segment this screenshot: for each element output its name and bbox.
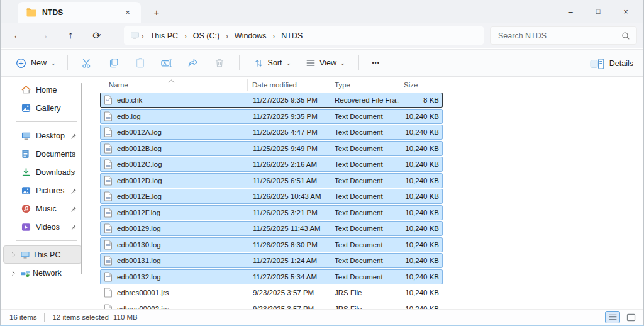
sidebar-item-home[interactable]: Home (3, 81, 82, 99)
file-size-cell: 10,240 KB (370, 206, 439, 220)
minimize-button[interactable]: – (557, 0, 584, 23)
breadcrumb-ntds[interactable]: NTDS (277, 30, 307, 42)
table-row[interactable]: edbres00001.jrs9/23/2025 3:57 PMJRS File… (100, 285, 443, 300)
sidebar-item-label: Music (36, 205, 57, 213)
column-header-size[interactable]: Size (404, 81, 418, 89)
table-row[interactable]: edb00130.log11/26/2025 8:30 PMText Docum… (100, 237, 443, 252)
file-size-cell: 10,240 KB (370, 238, 439, 252)
column-divider[interactable] (448, 79, 448, 91)
folder-icon (26, 8, 36, 17)
table-row[interactable]: edb0012E.log11/26/2025 10:43 AMText Docu… (100, 189, 443, 204)
file-name-cell: edb00129.log (104, 222, 250, 235)
breadcrumb-this-pc[interactable]: This PC (146, 30, 182, 42)
details-pane-toggle[interactable]: Details (590, 50, 633, 77)
sidebar-item-pictures[interactable]: Pictures (3, 181, 82, 200)
chevron-right-icon: › (182, 31, 189, 41)
table-row[interactable]: edb0012A.log11/25/2025 4:47 PMText Docum… (100, 125, 443, 140)
status-bar: 16 items 12 items selected 110 MB (1, 309, 643, 325)
column-header-name[interactable]: Name (109, 81, 128, 89)
file-size-cell: 10,240 KB (370, 286, 439, 300)
sidebar-item-label: This PC (33, 250, 60, 259)
file-explorer-window: NTDS × + – □ × ← → ↑ ⟳ › This PC › OS (C… (0, 0, 644, 326)
file-date-cell: 11/26/2025 3:21 PM (253, 206, 332, 220)
thumbnail-view-toggle[interactable] (623, 311, 638, 323)
up-icon[interactable]: ↑ (60, 26, 81, 45)
table-row[interactable]: edb.chk11/27/2025 9:35 PMRecovered File … (100, 93, 443, 108)
sort-icon (253, 58, 264, 69)
new-button[interactable]: New ⌄ (11, 54, 61, 72)
pin-icon (70, 206, 77, 215)
file-size-cell: 10,240 KB (370, 110, 439, 123)
maximize-button[interactable]: □ (584, 0, 612, 23)
search-input[interactable] (498, 31, 621, 40)
table-row[interactable]: edb00132.log11/27/2025 5:34 AMText Docum… (100, 269, 443, 284)
new-tab-button[interactable]: + (149, 4, 164, 20)
column-divider[interactable] (247, 79, 248, 91)
file-name-cell: edbres00001.jrs (104, 286, 250, 300)
column-divider[interactable] (330, 79, 330, 91)
column-divider[interactable] (399, 79, 399, 91)
item-count: 16 items (9, 313, 36, 321)
forward-icon[interactable]: → (33, 26, 55, 45)
expand-chevron-icon[interactable] (9, 251, 17, 261)
breadcrumb-os-c[interactable]: OS (C:) (189, 30, 224, 42)
share-button[interactable] (182, 53, 204, 73)
sidebar-item-label: Downloads (36, 168, 75, 177)
copy-button[interactable] (103, 53, 125, 73)
plus-circle-icon (16, 58, 26, 69)
more-options-icon[interactable]: ••• (365, 56, 386, 70)
sidebar-item-videos[interactable]: Videos (3, 218, 82, 236)
file-name: edbres00001.jrs (117, 289, 169, 296)
table-row[interactable]: edb0012C.log11/26/2025 2:16 AMText Docum… (100, 157, 443, 172)
search-box[interactable] (490, 26, 637, 45)
file-name: edb0012A.log (117, 128, 162, 136)
file-log-icon (104, 127, 113, 137)
chevron-right-icon: › (271, 31, 277, 41)
sidebar-item-desktop[interactable]: Desktop (3, 126, 82, 145)
column-header-date-modified[interactable]: Date modified (252, 81, 297, 89)
tab-close-icon[interactable]: × (121, 6, 135, 20)
window-controls: – □ × (557, 0, 640, 23)
delete-button[interactable] (208, 53, 231, 73)
table-row[interactable]: edb.log11/27/2025 9:35 PMText Document10… (100, 109, 443, 124)
breadcrumb-windows[interactable]: Windows (230, 30, 271, 42)
file-date-cell: 11/26/2025 8:30 PM (253, 238, 332, 252)
rename-button[interactable] (155, 53, 178, 73)
sidebar-item-label: Home (36, 86, 57, 94)
refresh-icon[interactable]: ⟳ (86, 26, 108, 45)
table-row[interactable]: edb00129.log11/25/2025 11:43 AMText Docu… (100, 221, 443, 236)
details-view-toggle[interactable] (605, 311, 620, 323)
back-icon[interactable]: ← (7, 26, 28, 45)
column-header-type[interactable]: Type (335, 81, 350, 89)
file-name-cell: edb.chk (104, 93, 250, 107)
table-row[interactable]: edb0012F.log11/26/2025 3:21 PMText Docum… (100, 205, 443, 220)
sidebar-divider (16, 240, 77, 241)
sidebar-item-documents[interactable]: Documents (3, 145, 82, 163)
status-divider (44, 313, 45, 322)
sidebar-item-this-pc[interactable]: This PC (3, 245, 82, 264)
gallery-icon (21, 103, 31, 113)
file-name-cell: edb00131.log (104, 254, 250, 267)
expand-chevron-icon[interactable] (9, 269, 17, 279)
sidebar-item-network[interactable]: Network (3, 264, 82, 282)
paste-button[interactable] (129, 53, 152, 73)
tab-ntds[interactable]: NTDS × (18, 2, 141, 23)
table-row[interactable]: edb00131.log11/27/2025 1:24 AMText Docum… (100, 253, 443, 268)
file-size-cell: 10,240 KB (370, 189, 439, 203)
cut-button[interactable] (76, 53, 99, 73)
close-button[interactable]: × (612, 0, 640, 23)
file-date-cell: 11/27/2025 1:24 AM (253, 254, 332, 267)
chevron-down-icon: ⌄ (339, 60, 346, 66)
pin-icon (70, 151, 77, 160)
sidebar-item-gallery[interactable]: Gallery (3, 99, 82, 117)
view-button[interactable]: View ⌄ (301, 54, 350, 72)
sidebar-scrollbar[interactable] (80, 83, 82, 274)
table-row[interactable]: edb0012B.log11/25/2025 9:49 PMText Docum… (100, 141, 443, 156)
table-row[interactable]: edb0012D.log11/26/2025 6:51 AMText Docum… (100, 173, 443, 188)
sort-button[interactable]: Sort ⌄ (248, 54, 296, 72)
sidebar-item-music[interactable]: Music (3, 200, 82, 218)
file-name: edb00129.log (117, 225, 161, 232)
sidebar-item-downloads[interactable]: Downloads (3, 163, 82, 181)
file-date-cell: 11/27/2025 9:35 PM (253, 93, 332, 107)
pin-icon (70, 188, 77, 196)
